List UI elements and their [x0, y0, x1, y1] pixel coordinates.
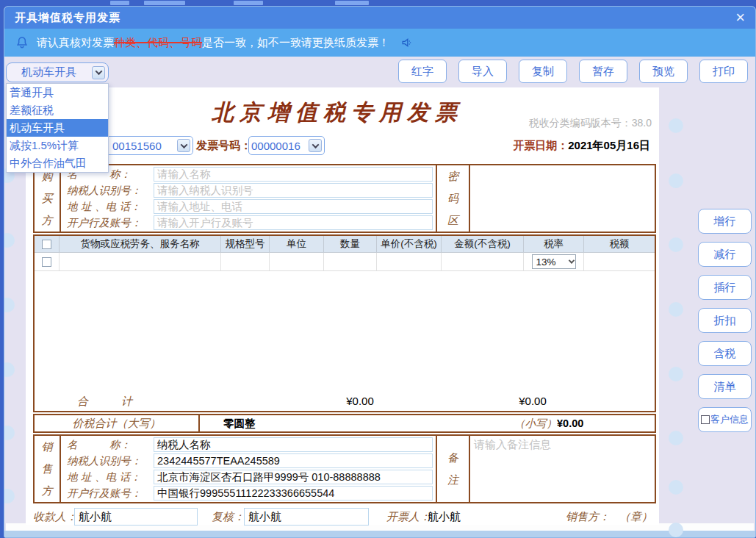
amount-in-figures: （小写）¥0.00: [514, 417, 583, 431]
invoice-dialog: 开具增值税专用发票 × 请认真核对发票种类、代码、号码是否一致，如不一致请更换纸…: [4, 6, 756, 538]
buyer-taxid-label: 纳税人识别号：: [67, 184, 154, 198]
chevron-down-icon[interactable]: [309, 139, 322, 152]
seal-placeholder: （章）: [619, 510, 652, 524]
seller-taxid-input[interactable]: [154, 453, 433, 468]
decor-dot: [4, 489, 15, 503]
reviewer-input[interactable]: [244, 508, 369, 526]
invoice-number-combobox[interactable]: [248, 136, 325, 155]
customer-info-checkbox[interactable]: [701, 415, 710, 424]
dropdown-option-normal[interactable]: 普通开具: [7, 84, 108, 101]
col-header-unit: 单位: [270, 236, 324, 252]
customer-info-button[interactable]: 客户信息: [698, 407, 752, 432]
remark-textarea[interactable]: [470, 436, 655, 502]
close-icon[interactable]: ×: [735, 10, 745, 25]
select-all-checkbox[interactable]: [42, 240, 51, 249]
dropdown-option-cooperative-oilfield[interactable]: 中外合作油气田: [7, 154, 108, 172]
decor-dot: [669, 523, 683, 537]
buyer-address-row: 地 址 、电 话：: [61, 198, 436, 215]
buyer-name-input[interactable]: [154, 167, 433, 182]
row-select-cell: [35, 253, 60, 270]
red-invoice-button[interactable]: 红字: [398, 60, 447, 83]
total-amount-value: ¥0.00: [327, 395, 393, 407]
item-unit-cell[interactable]: [270, 253, 324, 270]
invoice-date: 开票日期：2021年05月16日: [513, 139, 650, 153]
dialog-content: 红字 导入 复制 暂存 预览 打印 机动车开具 普通开具 差额征税 机动车开具 …: [4, 57, 755, 523]
item-name-cell[interactable]: [60, 253, 221, 270]
amount-in-words-values: 零圆整 （小写）¥0.00: [200, 415, 655, 431]
bell-icon: [15, 35, 29, 50]
insert-row-button[interactable]: 插行: [698, 275, 752, 300]
seller-name-input[interactable]: [154, 437, 433, 452]
decor-dot: [4, 298, 15, 312]
tax-rate-select[interactable]: 13%: [532, 254, 576, 269]
copy-button[interactable]: 复制: [519, 60, 567, 83]
invoice-footer: 收款人： 复核： 开票人： 航小航 销售方： （章）: [33, 508, 656, 527]
dialog-title: 开具增值税专用发票: [15, 11, 120, 25]
buyer-section-label: 购买方: [35, 165, 61, 232]
col-header-amount: 金额(不含税): [442, 236, 524, 252]
dropdown-option-difference-tax[interactable]: 差额征税: [7, 101, 108, 119]
seller-taxid-label: 纳税人识别号：: [67, 454, 154, 468]
remove-row-button[interactable]: 减行: [698, 242, 752, 267]
dropdown-option-motor-vehicle[interactable]: 机动车开具: [7, 119, 108, 137]
remark-label: 备注: [436, 436, 469, 502]
speaker-icon[interactable]: [400, 35, 414, 50]
items-empty-area: [35, 271, 655, 393]
invoice-sheet: 北京增值税专用发票 税收分类编码版本号：38.0 发票号码： 开票日期：2021…: [26, 87, 659, 525]
item-amount-cell[interactable]: [442, 253, 524, 270]
tax-included-button[interactable]: 含税: [698, 341, 752, 366]
chevron-down-icon: [568, 257, 574, 263]
discount-button[interactable]: 折扣: [698, 308, 752, 333]
item-qty-cell[interactable]: [324, 253, 377, 270]
customer-info-label: 客户信息: [710, 413, 749, 426]
add-row-button[interactable]: 增行: [698, 209, 752, 234]
item-spec-cell[interactable]: [221, 253, 270, 270]
amount-in-words-value: 零圆整: [223, 417, 256, 431]
password-area: [469, 165, 655, 232]
dropdown-option-reduced-rate[interactable]: 减按1.5%计算: [7, 137, 108, 154]
chevron-down-icon[interactable]: [92, 66, 105, 79]
seller-section: 销售方 名 称： 纳税人识别号： 地 址 、电 话：: [33, 434, 656, 503]
seller-address-input[interactable]: [154, 470, 433, 484]
save-draft-button[interactable]: 暂存: [579, 60, 627, 83]
notice-bar: 请认真核对发票种类、代码、号码是否一致，如不一致请更换纸质发票！: [4, 29, 755, 57]
decor-dot: [4, 426, 15, 440]
drawer-label: 开票人：: [386, 510, 431, 524]
invoice-number-input[interactable]: [251, 140, 309, 152]
buyer-bank-row: 开户行及账号：: [61, 215, 436, 231]
item-row: 13%: [35, 253, 655, 271]
payee-input[interactable]: [74, 508, 198, 526]
item-price-cell[interactable]: [377, 253, 442, 270]
background-app-fragment: [110, 1, 129, 5]
buyer-address-input[interactable]: [154, 199, 433, 214]
preview-button[interactable]: 预览: [639, 60, 688, 83]
decor-dot: [669, 367, 683, 381]
totals-label: 合 计: [77, 395, 132, 409]
invoice-type-select[interactable]: 机动车开具: [6, 62, 109, 82]
chevron-down-icon[interactable]: [177, 139, 190, 152]
seller-bank-input[interactable]: [154, 486, 433, 501]
buyer-taxid-input[interactable]: [154, 183, 433, 198]
buyer-address-label: 地 址 、电 话：: [67, 200, 154, 214]
decor-dot: [669, 302, 683, 317]
notice-text-prefix: 请认真核对发票: [37, 36, 114, 50]
item-tax-cell[interactable]: [584, 253, 655, 270]
seller-section-label: 销售方: [35, 436, 61, 502]
buyer-bank-label: 开户行及账号：: [67, 216, 154, 230]
seller-taxid-row: 纳税人识别号：: [61, 453, 436, 469]
decor-dot: [669, 431, 683, 445]
items-section: 货物或应税劳务、服务名称 规格型号 单位 数量 单价(不含税) 金额(不含税) …: [33, 234, 656, 412]
toolbar: 红字 导入 复制 暂存 预览 打印: [398, 60, 748, 83]
invoice-number-label: 发票号码：: [196, 139, 251, 153]
totals-row: 合 计 ¥0.00 ¥0.00: [35, 393, 655, 411]
buyer-bank-input[interactable]: [154, 215, 433, 230]
invoice-date-value: 2021年05月16日: [568, 139, 650, 151]
import-button[interactable]: 导入: [458, 60, 507, 83]
print-button[interactable]: 打印: [699, 60, 748, 83]
row-checkbox[interactable]: [42, 257, 51, 267]
seller-name-label: 名 称：: [67, 438, 154, 452]
dialog-titlebar[interactable]: 开具增值税专用发票 ×: [4, 7, 755, 29]
screen: 开具增值税专用发票 × 请认真核对发票种类、代码、号码是否一致，如不一致请更换纸…: [0, 0, 756, 538]
reviewer-label: 复核：: [212, 510, 245, 524]
list-button[interactable]: 清单: [698, 374, 752, 399]
